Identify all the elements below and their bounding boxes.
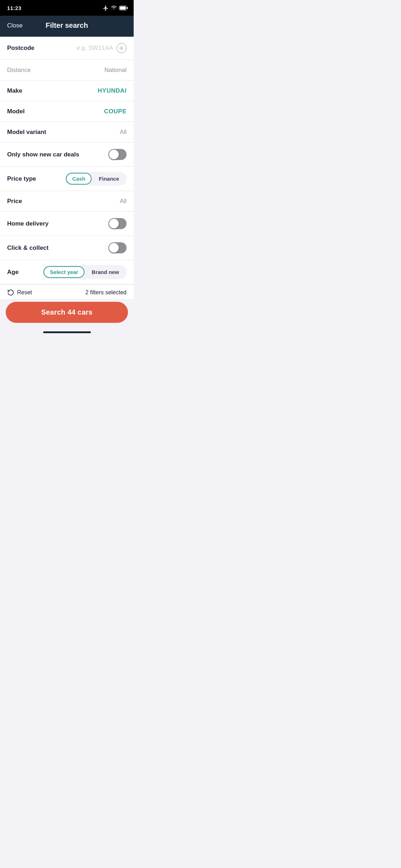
toggle-knob-delivery [109,219,119,228]
status-icons [103,5,128,11]
reset-icon [7,289,14,296]
price-type-row: Price type Cash Finance [0,167,134,191]
status-bar: 11:23 [0,0,134,16]
home-indicator [0,329,134,335]
model-variant-row[interactable]: Model variant All [0,122,134,143]
click-collect-toggle[interactable] [108,242,127,253]
filters-selected: 2 filters selected [85,289,127,296]
content: Postcode e.g. SW11AA Distance National M… [0,37,134,284]
airplane-icon [103,5,109,11]
svg-point-4 [120,46,123,50]
price-type-cash-button[interactable]: Cash [66,173,92,185]
price-row[interactable]: Price All [0,191,134,212]
reset-label: Reset [17,289,32,296]
model-variant-label: Model variant [7,129,46,136]
bottom-bar: Reset 2 filters selected [0,284,134,299]
make-value: HYUNDAI [98,87,127,94]
new-car-deals-label: Only show new car deals [7,151,79,158]
make-row[interactable]: Make HYUNDAI [0,81,134,101]
age-segment: Select year Brand new [42,265,127,279]
home-indicator-bar [43,331,91,333]
age-label: Age [7,269,19,276]
home-delivery-row: Home delivery [0,212,134,236]
svg-point-3 [121,47,122,49]
postcode-row: Postcode e.g. SW11AA [0,37,134,60]
wifi-icon [111,5,117,11]
reset-button[interactable]: Reset [7,289,32,296]
make-label: Make [7,87,22,94]
status-time: 11:23 [7,5,21,11]
model-row[interactable]: Model COUPE [0,101,134,122]
distance-value: National [104,67,127,74]
toggle-knob [109,150,119,159]
svg-rect-2 [120,6,126,10]
click-collect-label: Click & collect [7,244,48,252]
price-label: Price [7,198,22,205]
search-button[interactable]: Search 44 cars [6,302,128,323]
home-delivery-toggle[interactable] [108,218,127,229]
price-type-finance-button[interactable]: Finance [92,173,125,185]
header-title: Filter search [46,21,88,30]
age-select-year-button[interactable]: Select year [43,266,84,278]
new-car-deals-toggle[interactable] [108,149,127,160]
battery-icon [119,6,128,10]
distance-label: Distance [7,67,31,74]
svg-rect-1 [127,7,128,9]
header: Close Filter search [0,16,134,37]
age-row: Age Select year Brand new [0,260,134,284]
click-collect-row: Click & collect [0,236,134,260]
price-type-segment: Cash Finance [65,172,127,186]
postcode-right: e.g. SW11AA [77,43,127,53]
toggle-knob-collect [109,243,119,253]
model-label: Model [7,108,25,115]
close-button[interactable]: Close [7,22,22,29]
new-car-deals-row: Only show new car deals [0,143,134,167]
home-delivery-label: Home delivery [7,220,48,227]
postcode-placeholder: e.g. SW11AA [77,45,113,52]
postcode-label: Postcode [7,45,35,52]
model-variant-value: All [120,129,127,136]
model-value: COUPE [104,108,127,115]
distance-row[interactable]: Distance National [0,60,134,81]
price-type-label: Price type [7,175,36,182]
price-value: All [120,198,127,205]
age-brand-new-button[interactable]: Brand new [85,266,125,278]
location-icon[interactable] [117,43,127,53]
